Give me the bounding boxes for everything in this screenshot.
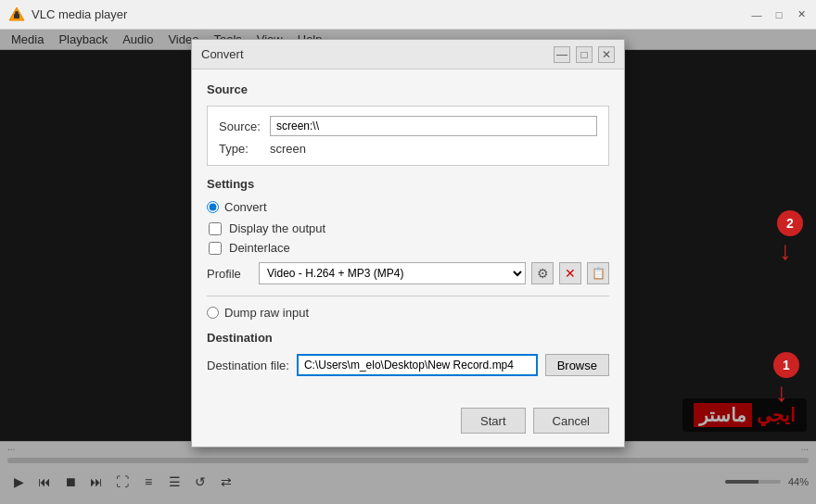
profile-label: Profile [207, 267, 253, 281]
browse-button[interactable]: Browse [545, 354, 609, 376]
display-output-checkbox[interactable] [209, 222, 222, 235]
convert-dialog: Convert — □ ✕ Source Source: Type [191, 39, 625, 447]
dialog-minimize[interactable]: — [554, 46, 570, 63]
app-title: VLC media player [32, 7, 749, 21]
profile-delete-button[interactable]: ✕ [559, 262, 581, 284]
profile-settings-button[interactable]: ⚙ [531, 262, 554, 284]
maximize-button[interactable]: □ [771, 7, 786, 22]
convert-radio[interactable] [207, 201, 219, 213]
source-section-box: Source: Type: screen [207, 106, 609, 166]
dialog-close[interactable]: ✕ [598, 46, 615, 63]
annotation-arrow-1: ↓ [775, 380, 788, 406]
dialog-win-controls: — □ ✕ [554, 46, 615, 63]
annotation-arrow-2: ↓ [779, 238, 792, 264]
destination-section: Destination Destination file: Browse [207, 331, 609, 376]
profile-select[interactable]: Video - H.264 + MP3 (MP4) Video - H.265 … [259, 262, 526, 284]
convert-radio-label[interactable]: Convert [224, 200, 267, 214]
vlc-window: VLC media player — □ ✕ Media Playback Au… [0, 0, 816, 504]
titlebar: VLC media player — □ ✕ [0, 0, 816, 30]
deinterlace-row: Deinterlace [209, 241, 609, 255]
dump-radio[interactable] [207, 307, 219, 319]
type-row: Type: screen [219, 142, 597, 156]
source-row: Source: [219, 116, 597, 136]
deinterlace-label[interactable]: Deinterlace [229, 241, 290, 255]
divider [207, 296, 609, 296]
display-output-label[interactable]: Display the output [229, 221, 325, 235]
convert-radio-row: Convert [207, 200, 609, 214]
display-output-row: Display the output [209, 221, 609, 235]
dest-file-label: Destination file: [207, 359, 289, 372]
dialog-title: Convert [201, 47, 554, 61]
svg-point-2 [15, 11, 19, 15]
dump-label[interactable]: Dump raw input [224, 306, 309, 320]
window-controls: — □ ✕ [749, 7, 809, 22]
source-label: Source: [219, 120, 270, 133]
vlc-logo [7, 6, 26, 24]
minimize-button[interactable]: — [749, 7, 764, 22]
type-value: screen [270, 142, 306, 156]
dialog-footer: Start Cancel [192, 400, 624, 447]
dialog-titlebar: Convert — □ ✕ [192, 40, 624, 69]
annotation-2-label: 2 [786, 216, 794, 231]
cancel-button[interactable]: Cancel [533, 408, 609, 434]
type-label: Type: [219, 142, 270, 156]
destination-header: Destination [207, 331, 609, 345]
annotation-circle-1: 1 [773, 352, 799, 378]
annotation-1-label: 1 [783, 358, 790, 372]
profile-edit-button[interactable]: 📋 [587, 262, 609, 284]
destination-row: Destination file: Browse [207, 354, 609, 376]
close-button[interactable]: ✕ [794, 7, 809, 22]
dialog-body: Source Source: Type: screen Settings [192, 69, 624, 400]
dump-row: Dump raw input [207, 306, 609, 320]
dest-file-input[interactable] [297, 354, 538, 376]
dialog-maximize[interactable]: □ [576, 46, 593, 63]
modal-overlay: Convert — □ ✕ Source Source: Type [0, 30, 816, 504]
settings-header: Settings [207, 177, 609, 191]
deinterlace-checkbox[interactable] [209, 242, 222, 255]
annotation-circle-2: 2 [777, 210, 803, 236]
profile-row: Profile Video - H.264 + MP3 (MP4) Video … [207, 262, 609, 284]
start-button[interactable]: Start [461, 408, 525, 434]
source-input[interactable] [270, 116, 597, 136]
settings-section: Settings Convert Display the output Dein… [207, 177, 609, 284]
source-section-header: Source [207, 82, 609, 96]
